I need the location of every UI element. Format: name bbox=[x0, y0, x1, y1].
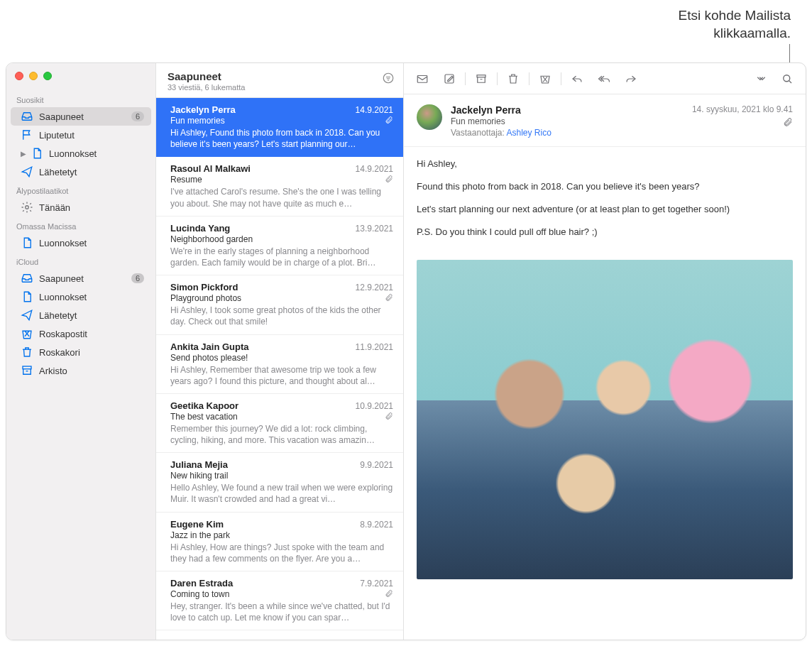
delete-button[interactable] bbox=[500, 69, 526, 89]
sidebar-item-flagged[interactable]: Liputetut bbox=[11, 126, 151, 144]
message-date: 10.9.2021 bbox=[356, 401, 393, 411]
attachment-icon bbox=[385, 293, 393, 303]
avatar[interactable] bbox=[417, 104, 442, 130]
message-date: 14.9.2021 bbox=[356, 105, 393, 115]
message-list[interactable]: Jackelyn Perra14.9.2021Fun memoriesHi As… bbox=[156, 98, 403, 640]
unread-badge: 6 bbox=[131, 111, 144, 121]
message-list-item[interactable]: Simon Pickford12.9.2021Playground photos… bbox=[156, 275, 403, 334]
attachment-icon bbox=[385, 116, 393, 126]
message-date: 8.9.2021 bbox=[360, 520, 393, 530]
chevron-right-icon[interactable]: ▶ bbox=[21, 150, 28, 158]
message-list-header: Saapuneet 33 viestiä, 6 lukematta bbox=[156, 63, 403, 98]
sidebar-item-label: Roskakori bbox=[39, 347, 144, 358]
message-preview: Hi Ashley, Remember that awesome trip we… bbox=[170, 364, 393, 387]
message-sender: Geetika Kapoor bbox=[170, 400, 356, 411]
sidebar-heading-favorites: Suosikit bbox=[6, 90, 155, 107]
svg-rect-5 bbox=[477, 75, 485, 77]
gear-icon bbox=[21, 201, 33, 214]
toolbar-separator bbox=[561, 72, 561, 85]
zoom-window-button[interactable] bbox=[43, 72, 52, 80]
message-date: 14.9.2021 bbox=[356, 164, 393, 174]
trash-icon bbox=[21, 346, 33, 358]
message-list-item[interactable]: Juliana Mejia9.9.2021New hiking trailHel… bbox=[156, 453, 403, 512]
message-from: Jackelyn Perra bbox=[451, 104, 684, 116]
message-sender: Juliana Mejia bbox=[170, 459, 360, 470]
message-list-item[interactable]: Rasoul Al Malkawi14.9.2021ResumeI've att… bbox=[156, 157, 403, 216]
message-preview: Hi Ashley, I took some great photos of t… bbox=[170, 305, 393, 327]
search-button[interactable] bbox=[774, 69, 800, 89]
window-controls bbox=[6, 67, 155, 90]
message-sender: Eugene Kim bbox=[170, 519, 360, 530]
sidebar-item-label: Lähetetyt bbox=[39, 167, 144, 177]
sidebar-item-label: Arkisto bbox=[39, 366, 144, 376]
sidebar-item-icloud-archive[interactable]: Arkisto bbox=[11, 361, 151, 380]
sidebar-item-icloud-inbox[interactable]: Saapuneet 6 bbox=[11, 269, 151, 288]
reader-pane: Jackelyn Perra Fun memories Vastaanottaj… bbox=[404, 63, 806, 640]
help-callout: Etsi kohde Mailista klikkaamalla. bbox=[679, 7, 791, 42]
sidebar-item-local-drafts[interactable]: Luonnokset bbox=[11, 234, 151, 252]
message-subject: Fun memories bbox=[451, 116, 684, 126]
sidebar-item-inbox[interactable]: Saapuneet 6 bbox=[11, 107, 151, 126]
junk-icon bbox=[21, 327, 33, 340]
message-list-item[interactable]: Lucinda Yang13.9.2021Neighborhood garden… bbox=[156, 217, 403, 275]
compose-button[interactable] bbox=[437, 69, 462, 89]
message-preview: Hi Ashley, How are things? Just spoke wi… bbox=[170, 542, 393, 564]
message-preview: Hi Ashley, Found this photo from back in… bbox=[170, 127, 393, 150]
sidebar-heading-smart: Älypostilaatikot bbox=[6, 181, 155, 198]
toolbar-separator bbox=[497, 72, 498, 85]
message-sender: Ankita Jain Gupta bbox=[170, 341, 356, 352]
message-list-item[interactable]: Ankita Jain Gupta11.9.2021Send photos pl… bbox=[156, 335, 403, 394]
document-icon bbox=[31, 147, 43, 160]
attachment-icon[interactable] bbox=[692, 117, 793, 129]
message-list-item[interactable]: Daren Estrada7.9.2021Coming to townHey, … bbox=[156, 571, 403, 630]
recipient-name[interactable]: Ashley Rico bbox=[507, 128, 552, 138]
message-subject: Jazz in the park bbox=[170, 530, 393, 540]
message-sender: Daren Estrada bbox=[170, 578, 360, 588]
sidebar-item-label: Lähetetyt bbox=[39, 310, 144, 321]
message-date: 14. syyskuu, 2021 klo 9.41 bbox=[692, 104, 793, 114]
sidebar: Suosikit Saapuneet 6 Liputetut ▶ Luonn bbox=[6, 63, 156, 640]
sidebar-item-sent[interactable]: Lähetetyt bbox=[11, 163, 151, 181]
message-preview: Hello Ashley, We found a new trail when … bbox=[170, 482, 393, 505]
message-attachment-image[interactable] bbox=[417, 260, 793, 579]
message-list-item[interactable]: Geetika Kapoor10.9.2021The best vacation… bbox=[156, 394, 403, 453]
toolbar bbox=[404, 63, 806, 94]
message-preview: Remember this journey? We did a lot: roc… bbox=[170, 423, 393, 446]
svg-rect-3 bbox=[417, 75, 427, 82]
svg-point-2 bbox=[383, 73, 393, 83]
sidebar-item-icloud-drafts[interactable]: Luonnokset bbox=[11, 288, 151, 306]
minimize-window-button[interactable] bbox=[29, 72, 38, 80]
reply-all-button[interactable] bbox=[591, 69, 617, 89]
sidebar-heading-icloud: iCloud bbox=[6, 252, 155, 269]
sidebar-item-label: Saapuneet bbox=[39, 273, 126, 284]
close-window-button[interactable] bbox=[15, 72, 23, 80]
message-subject: Send photos please! bbox=[170, 353, 393, 363]
more-button[interactable] bbox=[747, 69, 773, 89]
message-subject: New hiking trail bbox=[170, 471, 393, 481]
sidebar-item-icloud-sent[interactable]: Lähetetyt bbox=[11, 306, 151, 324]
filter-button[interactable] bbox=[382, 70, 395, 87]
sidebar-item-label: Tänään bbox=[39, 202, 144, 213]
mailbox-subtitle: 33 viestiä, 6 lukematta bbox=[168, 83, 382, 92]
sidebar-item-icloud-junk[interactable]: Roskapostit bbox=[11, 324, 151, 343]
svg-point-0 bbox=[26, 206, 29, 209]
paperplane-icon bbox=[21, 309, 33, 322]
sidebar-item-label: Luonnokset bbox=[39, 292, 144, 302]
archive-button[interactable] bbox=[468, 69, 494, 89]
sidebar-item-today[interactable]: Tänään bbox=[11, 198, 151, 217]
sidebar-item-icloud-trash[interactable]: Roskakori bbox=[11, 343, 151, 361]
message-list-item[interactable]: Jackelyn Perra14.9.2021Fun memoriesHi As… bbox=[156, 98, 403, 157]
message-body: Hi Ashley, Found this photo from back in… bbox=[404, 147, 806, 258]
mail-window: Suosikit Saapuneet 6 Liputetut ▶ Luonn bbox=[6, 62, 806, 640]
mailbox-title: Saapuneet bbox=[168, 70, 382, 82]
message-sender: Lucinda Yang bbox=[170, 223, 356, 234]
message-list-item[interactable]: Eugene Kim8.9.2021Jazz in the parkHi Ash… bbox=[156, 513, 403, 571]
message-date: 13.9.2021 bbox=[356, 224, 393, 234]
message-header: Jackelyn Perra Fun memories Vastaanottaj… bbox=[404, 94, 806, 147]
reply-button[interactable] bbox=[564, 69, 590, 89]
sidebar-item-label: Saapuneet bbox=[39, 111, 126, 122]
forward-button[interactable] bbox=[618, 69, 644, 89]
sidebar-item-drafts[interactable]: ▶ Luonnokset bbox=[11, 144, 151, 163]
junk-button[interactable] bbox=[532, 69, 558, 89]
mark-unread-button[interactable] bbox=[410, 69, 435, 89]
